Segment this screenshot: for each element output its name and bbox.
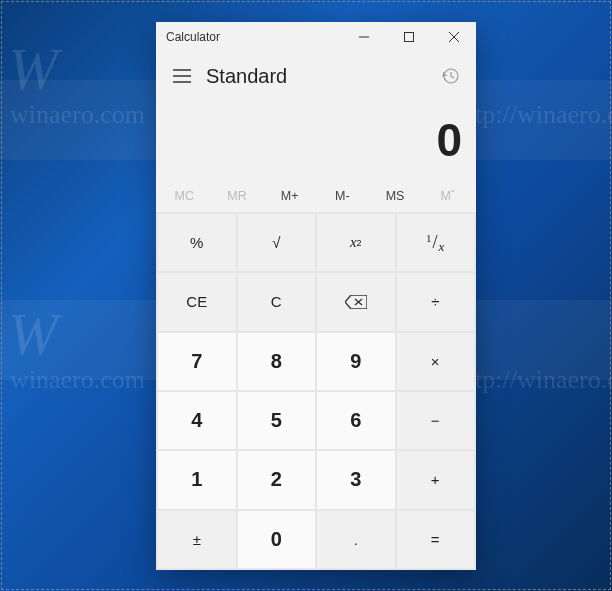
decimal-button[interactable]: .: [317, 511, 395, 568]
clear-entry-button[interactable]: CE: [158, 273, 236, 330]
clear-button[interactable]: C: [238, 273, 316, 330]
calculator-window: Calculator Standard 0: [156, 22, 476, 570]
memory-recall-button[interactable]: MR: [211, 180, 264, 212]
minimize-icon: [359, 32, 369, 42]
memory-store-button[interactable]: MS: [369, 180, 422, 212]
negate-button[interactable]: ±: [158, 511, 236, 568]
maximize-icon: [404, 32, 414, 42]
plus-button[interactable]: +: [397, 451, 475, 508]
history-icon: [441, 67, 459, 85]
square-button[interactable]: x2: [317, 214, 395, 271]
history-button[interactable]: [430, 56, 470, 96]
backspace-button[interactable]: [317, 273, 395, 330]
memory-row: MC MR M+ M- MS Mˇ: [156, 180, 476, 212]
titlebar: Calculator: [156, 22, 476, 52]
sqrt-button[interactable]: √: [238, 214, 316, 271]
divide-button[interactable]: ÷: [397, 273, 475, 330]
result-display: 0: [156, 100, 476, 180]
svg-rect-1: [404, 33, 413, 42]
keypad: % √ x2 1/x CE C ÷ 7 8 9 × 4 5 6 − 1 2 3 …: [156, 212, 476, 570]
digit-8-button[interactable]: 8: [238, 333, 316, 390]
reciprocal-button[interactable]: 1/x: [397, 214, 475, 271]
svg-marker-8: [345, 295, 367, 309]
minimize-button[interactable]: [341, 22, 386, 52]
digit-5-button[interactable]: 5: [238, 392, 316, 449]
digit-6-button[interactable]: 6: [317, 392, 395, 449]
menu-button[interactable]: [162, 56, 202, 96]
digit-9-button[interactable]: 9: [317, 333, 395, 390]
close-button[interactable]: [431, 22, 476, 52]
mode-label: Standard: [202, 65, 430, 88]
window-title: Calculator: [156, 30, 341, 44]
header: Standard: [156, 52, 476, 100]
digit-4-button[interactable]: 4: [158, 392, 236, 449]
close-icon: [449, 32, 459, 42]
digit-7-button[interactable]: 7: [158, 333, 236, 390]
digit-2-button[interactable]: 2: [238, 451, 316, 508]
memory-plus-button[interactable]: M+: [263, 180, 316, 212]
maximize-button[interactable]: [386, 22, 431, 52]
digit-3-button[interactable]: 3: [317, 451, 395, 508]
memory-list-button[interactable]: Mˇ: [421, 180, 474, 212]
backspace-icon: [345, 295, 367, 309]
digit-0-button[interactable]: 0: [238, 511, 316, 568]
memory-minus-button[interactable]: M-: [316, 180, 369, 212]
equals-button[interactable]: =: [397, 511, 475, 568]
multiply-button[interactable]: ×: [397, 333, 475, 390]
hamburger-icon: [173, 69, 191, 83]
memory-clear-button[interactable]: MC: [158, 180, 211, 212]
percent-button[interactable]: %: [158, 214, 236, 271]
digit-1-button[interactable]: 1: [158, 451, 236, 508]
minus-button[interactable]: −: [397, 392, 475, 449]
